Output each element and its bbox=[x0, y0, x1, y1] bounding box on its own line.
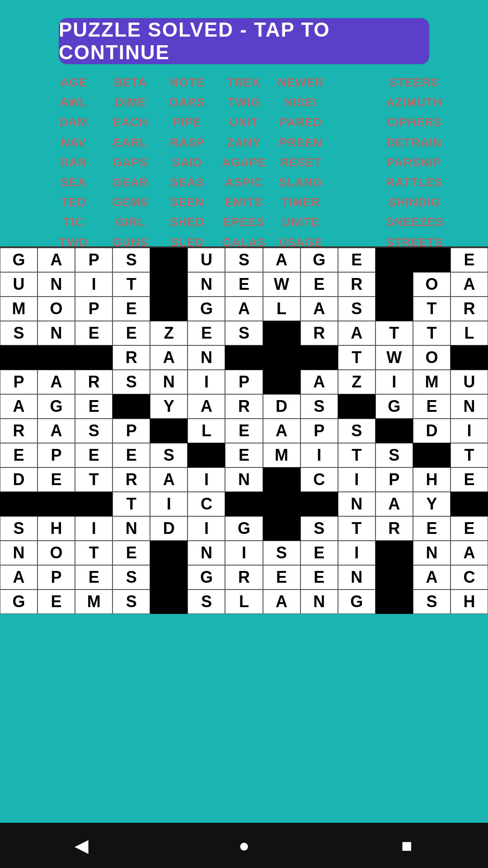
grid-cell: A bbox=[300, 297, 338, 321]
grid-cell: S bbox=[188, 590, 225, 614]
grid-cell: Y bbox=[150, 394, 188, 419]
grid-cell: E bbox=[300, 272, 338, 297]
grid-cell: M bbox=[75, 590, 113, 614]
grid-cell: A bbox=[0, 565, 38, 590]
grid-cell: E bbox=[300, 565, 338, 590]
word-item: TIC bbox=[45, 212, 102, 232]
puzzle-solved-banner[interactable]: PUZZLE SOLVED - TAP TO CONTINUE bbox=[59, 18, 429, 64]
grid-cell bbox=[225, 492, 263, 516]
grid-cell bbox=[150, 297, 188, 321]
grid-cell bbox=[263, 370, 300, 394]
grid-cell: S bbox=[225, 321, 263, 345]
grid-cell: I bbox=[375, 370, 413, 394]
word-item: EACH bbox=[102, 112, 159, 132]
word-item: PARED bbox=[272, 112, 329, 132]
grid-cell: E bbox=[225, 419, 263, 443]
grid-cell: P bbox=[75, 297, 113, 321]
word-item: AGE bbox=[45, 72, 102, 92]
grid-cell: N bbox=[188, 272, 225, 297]
grid-cell: Z bbox=[150, 321, 188, 345]
grid-cell: L bbox=[450, 321, 488, 345]
grid-cell: A bbox=[413, 565, 450, 590]
grid-cell: M bbox=[0, 297, 38, 321]
home-button[interactable]: ● bbox=[226, 827, 262, 863]
grid-cell: A bbox=[0, 394, 38, 419]
word-item: NEWER bbox=[272, 72, 329, 92]
grid-cell: I bbox=[75, 272, 113, 297]
recent-apps-button[interactable]: ■ bbox=[389, 827, 425, 863]
grid-cell: I bbox=[225, 541, 263, 565]
grid-cell: A bbox=[38, 248, 75, 272]
grid-cell bbox=[338, 394, 375, 419]
word-item: ZANY bbox=[216, 132, 272, 152]
grid-cell bbox=[300, 345, 338, 370]
grid-cell: E bbox=[300, 541, 338, 565]
grid-cell: A bbox=[263, 590, 300, 614]
grid-cell bbox=[375, 419, 413, 443]
grid-cell: E bbox=[225, 272, 263, 297]
word-item: PIPE bbox=[159, 112, 216, 132]
word-item bbox=[329, 112, 386, 132]
grid-cell: D bbox=[150, 516, 188, 541]
grid-cell: T bbox=[338, 443, 375, 467]
grid-cell: I bbox=[300, 443, 338, 467]
grid-cell: D bbox=[263, 394, 300, 419]
grid-cell: E bbox=[225, 443, 263, 467]
grid-cell: N bbox=[188, 541, 225, 565]
word-item: SEAS bbox=[159, 172, 216, 192]
grid-cell: I bbox=[75, 516, 113, 541]
grid-cell: N bbox=[413, 541, 450, 565]
grid-cell bbox=[225, 345, 263, 370]
grid-cell: A bbox=[38, 370, 75, 394]
grid-cell bbox=[0, 345, 38, 370]
word-item: GEMS bbox=[102, 192, 159, 212]
grid-cell: O bbox=[413, 345, 450, 370]
word-item: TED bbox=[45, 192, 102, 212]
word-item: STEERS bbox=[386, 72, 443, 92]
grid-cell: R bbox=[338, 272, 375, 297]
grid-cell: G bbox=[0, 248, 38, 272]
grid-cell: O bbox=[413, 272, 450, 297]
grid-cell: T bbox=[338, 516, 375, 541]
word-item: TREK bbox=[216, 72, 272, 92]
grid-cell: G bbox=[300, 248, 338, 272]
grid-cell: P bbox=[0, 370, 38, 394]
grid-cell: T bbox=[113, 492, 150, 516]
word-item: GEAR bbox=[102, 172, 159, 192]
word-item: AWL bbox=[45, 92, 102, 112]
word-item: NAV bbox=[45, 132, 102, 152]
grid-cell: P bbox=[75, 248, 113, 272]
word-item: AGAPE bbox=[216, 152, 272, 172]
grid-cell: S bbox=[113, 248, 150, 272]
grid-cell: W bbox=[263, 272, 300, 297]
grid-cell: T bbox=[413, 321, 450, 345]
word-item: EPEES bbox=[216, 212, 272, 232]
word-item: EMITS bbox=[216, 192, 272, 212]
grid-cell: G bbox=[188, 565, 225, 590]
grid-cell: U bbox=[0, 272, 38, 297]
grid-cell: E bbox=[450, 516, 488, 541]
grid-cell: N bbox=[150, 370, 188, 394]
grid-cell: E bbox=[38, 467, 75, 492]
grid-cell: I bbox=[338, 467, 375, 492]
banner-text: PUZZLE SOLVED - TAP TO CONTINUE bbox=[59, 19, 429, 64]
grid-cell: A bbox=[263, 248, 300, 272]
grid-cell bbox=[375, 541, 413, 565]
grid-cell: T bbox=[75, 467, 113, 492]
grid-cell: A bbox=[300, 370, 338, 394]
grid-cell: G bbox=[338, 590, 375, 614]
grid-cell: P bbox=[38, 565, 75, 590]
grid-cell: E bbox=[75, 443, 113, 467]
word-item: EARL bbox=[102, 132, 159, 152]
grid-cell: S bbox=[113, 370, 150, 394]
back-button[interactable]: ◀ bbox=[63, 827, 99, 863]
word-item: SNEEZES bbox=[386, 212, 443, 232]
grid-cell: A bbox=[188, 394, 225, 419]
grid-cell: E bbox=[263, 565, 300, 590]
grid-cell: I bbox=[188, 370, 225, 394]
word-item: PREEN bbox=[272, 132, 329, 152]
grid-cell: N bbox=[338, 492, 375, 516]
grid-cell bbox=[38, 492, 75, 516]
grid-cell bbox=[38, 345, 75, 370]
word-item: RAN bbox=[45, 152, 102, 172]
